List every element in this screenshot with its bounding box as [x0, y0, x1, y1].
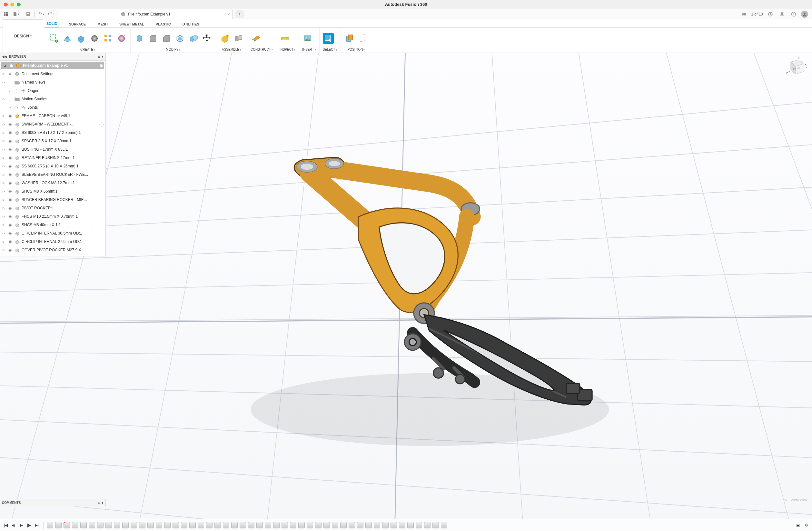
extrude-button[interactable] [75, 33, 86, 44]
timeline-features[interactable] [47, 522, 788, 528]
ribbon-tab-sheetmetal[interactable]: SHEET METAL [118, 21, 145, 27]
ribbon-tab-utilities[interactable]: UTILITIES [181, 21, 201, 27]
ribbon-group-inspect-label[interactable]: INSPECT [279, 48, 293, 51]
timeline-feature[interactable] [357, 522, 363, 528]
timeline-prev-button[interactable]: ◀| [10, 522, 17, 528]
close-tab-button[interactable]: × [227, 12, 230, 17]
shell-button[interactable] [174, 33, 185, 44]
ribbon-group-construct-label[interactable]: CONSTRUCT [250, 48, 271, 51]
timeline-feature[interactable] [340, 522, 347, 528]
fillet-button[interactable] [147, 33, 158, 44]
timeline-feature[interactable] [89, 522, 95, 528]
browser-item[interactable]: ▷●Document Settings [0, 70, 105, 78]
browser-item[interactable]: ▷Named Views [0, 78, 105, 86]
press-pull-button[interactable] [134, 33, 145, 44]
timeline-feature[interactable] [273, 522, 279, 528]
timeline-feature[interactable] [215, 522, 221, 528]
browser-item[interactable]: ▷Motion Studies [0, 95, 105, 103]
timeline-feature[interactable] [332, 522, 338, 528]
ribbon-group-position-label[interactable]: POSITION [348, 48, 363, 51]
timeline-feature[interactable] [164, 522, 171, 528]
timeline-feature[interactable] [290, 522, 296, 528]
ribbon-group-create-label[interactable]: CREATE [80, 48, 93, 51]
browser-item[interactable]: ▷◉BUSHING - 17mm X 85L:1 [0, 145, 105, 154]
save-button[interactable] [24, 10, 32, 18]
timeline-feature[interactable] [223, 522, 229, 528]
timeline-feature[interactable] [315, 522, 321, 528]
ribbon-tab-surface[interactable]: SURFACE [68, 21, 87, 27]
timeline-feature[interactable] [240, 522, 246, 528]
timeline-feature[interactable] [114, 522, 120, 528]
browser-item[interactable]: ▷◉SPACER BEARING ROCKER - MIE... [0, 196, 105, 204]
data-panel-button[interactable] [2, 10, 10, 18]
timeline-feature[interactable] [281, 522, 288, 528]
timeline-feature[interactable] [72, 522, 78, 528]
timeline-feature[interactable] [298, 522, 305, 528]
browser-item[interactable]: ▷◉CIRCLIP INTERNAL 36.5mm OD:1 [0, 229, 105, 238]
browser-tree[interactable]: ◢◉FileInfo.com Example v1◉▷●Document Set… [0, 61, 105, 256]
timeline-settings-button[interactable]: ⚙ [803, 522, 809, 528]
user-avatar[interactable] [801, 11, 808, 18]
timeline-feature[interactable] [206, 522, 213, 528]
browser-item[interactable]: ▷◉SPACER 3.5 X 17 X 30mm:1 [0, 137, 105, 145]
capture-position-button[interactable] [344, 33, 355, 44]
browser-item[interactable]: ▷◉FHCS M10 21.5mm X 0.70mm:1 [0, 212, 105, 221]
select-button[interactable] [323, 33, 334, 44]
timeline-feature[interactable] [349, 522, 355, 528]
timeline-feature[interactable] [441, 522, 447, 528]
job-status-text[interactable]: 1 of 10 [751, 12, 763, 16]
window-close-button[interactable] [4, 3, 8, 6]
timeline-play-button[interactable]: ▶ [18, 522, 25, 528]
timeline-feature[interactable] [105, 522, 112, 528]
document-tab[interactable]: FileInfo.com Example v1 × [59, 10, 233, 19]
timeline-feature[interactable] [433, 522, 439, 528]
ribbon-tab-mesh[interactable]: MESH [96, 21, 109, 27]
timeline-feature[interactable] [399, 522, 405, 528]
timeline-feature[interactable] [416, 522, 422, 528]
browser-item[interactable]: ▷◉SS 6000 2RS (8 X 10 X 26mm):1 [0, 162, 105, 170]
collapse-browser-icon[interactable]: ◀◀ [2, 55, 7, 58]
ribbon-group-modify-label[interactable]: MODIFY [166, 48, 179, 51]
timeline-feature[interactable] [80, 522, 87, 528]
timeline-feature[interactable] [231, 522, 238, 528]
browser-item[interactable]: ▷◉SS 6003 2RS (10 X 17 X 35mm):1 [0, 128, 105, 137]
timeline-feature[interactable] [391, 522, 397, 528]
timeline-feature[interactable] [139, 522, 145, 528]
joint-button[interactable] [233, 33, 244, 44]
move-button[interactable] [202, 33, 213, 44]
combine-button[interactable] [188, 33, 199, 44]
browser-item[interactable]: ▷◌Joints [0, 103, 105, 112]
timeline-feature[interactable] [173, 522, 179, 528]
measure-button[interactable] [279, 33, 291, 44]
timeline-feature[interactable] [407, 522, 414, 528]
revolve-button[interactable] [89, 33, 100, 44]
timeline-feature[interactable] [323, 522, 330, 528]
timeline-feature[interactable] [198, 522, 204, 528]
timeline-feature[interactable] [97, 522, 103, 528]
window-minimize-button[interactable] [10, 3, 14, 6]
timeline-feature[interactable] [147, 522, 154, 528]
timeline-feature[interactable] [424, 522, 431, 528]
browser-item[interactable]: ▷◉CIRCLIP INTERNAL 27.9mm OD:1 [0, 238, 105, 246]
timeline-first-button[interactable]: |◀ [3, 522, 9, 528]
emboss-button[interactable] [116, 33, 127, 44]
ribbon-group-insert-label[interactable]: INSERT [302, 48, 314, 51]
browser-root[interactable]: ◢◉FileInfo.com Example v1◉ [1, 62, 104, 69]
timeline-feature[interactable] [156, 522, 162, 528]
browser-item[interactable]: ▷◉SHCS M8 40mm X 1:1 [0, 221, 105, 229]
window-zoom-button[interactable] [17, 3, 20, 6]
extensions-button[interactable] [739, 10, 748, 18]
timeline-feature[interactable] [265, 522, 271, 528]
ribbon-group-select-label[interactable]: SELECT [323, 48, 335, 51]
browser-item[interactable]: ▷◉SWINGARM - WELDMENT -...◯ [0, 120, 105, 128]
comments-add-icon[interactable]: ⊕ [98, 501, 100, 504]
construction-plane-button[interactable] [250, 33, 262, 44]
timeline-feature[interactable] [365, 522, 372, 528]
timeline-feature[interactable] [131, 522, 137, 528]
timeline-next-button[interactable]: |▶ [26, 522, 32, 528]
create-sketch-button[interactable]: + [48, 33, 59, 44]
comments-panel[interactable]: COMMENTS ⊕ ● [0, 499, 106, 506]
browser-menu-icon[interactable]: ● [102, 55, 103, 58]
timeline-feature[interactable] [122, 522, 129, 528]
ribbon-tab-plastic[interactable]: PLASTIC [155, 21, 172, 27]
